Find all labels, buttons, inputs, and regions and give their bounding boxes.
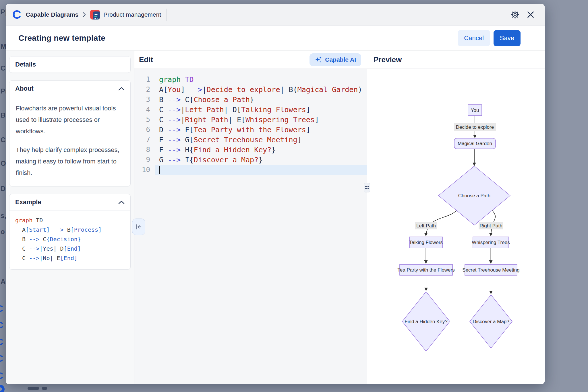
line-number: 3 [134,95,155,105]
background-bar-fragment [42,387,47,390]
product-management-icon [90,10,100,19]
page-title: Creating new template [18,34,105,43]
close-button[interactable] [524,8,537,21]
collapse-left-icon [135,223,142,230]
capable-logo-icon: C [10,8,23,21]
example-card-header[interactable]: Example [9,194,130,210]
editor-line-8[interactable]: F --> H{Find a Hidden Key?} [155,145,367,155]
editor-line-6[interactable]: D --> F[Tea Party with the Flowers] [155,125,367,135]
capable-ai-label: Capable AI [325,56,356,63]
node-magical-garden: Magical Garden [458,141,492,146]
create-template-modal: C Capable Diagrams Product management [6,4,545,384]
settings-button[interactable] [508,8,522,21]
details-title: Details [15,61,36,68]
example-title: Example [15,198,41,206]
node-whispering-trees: Whispering Trees [472,240,510,245]
code-editor[interactable]: 12345678910 graph TDA[You] -->|Decide to… [134,69,367,384]
header-divider [166,9,167,21]
example-code-block: graph TD A[Start] --> B[Process] B --> C… [9,210,130,269]
line-number: 8 [134,145,155,155]
node-discover-map: Discover a Map? [473,319,509,324]
flowchart-preview: Decide to explore Left Path Right Path Y… [367,69,545,384]
background-logo-fragment [0,385,5,392]
node-secret-meeting: Secret Treehouse Meeting [462,267,519,273]
breadcrumb-app-label: Capable Diagrams [26,11,78,18]
background-logo-fragment: C [0,370,3,381]
modal-title-bar: Creating new template Cancel Save [6,26,545,51]
edge-label-left-path: Left Path [416,223,436,229]
preview-canvas: Decide to explore Left Path Right Path Y… [367,69,545,384]
background-text-fragment: o [1,228,5,236]
line-number: 9 [134,155,155,165]
editor-line-10[interactable] [155,165,367,175]
example-code-line: graph TD [15,216,125,225]
edge-label-right-path: Right Path [479,223,502,229]
edit-panel-title: Edit [139,55,153,64]
example-code-line: C -->|No| E[End] [15,253,125,263]
chevron-up-icon[interactable] [118,87,125,91]
background-text-fragment: P| [1,8,6,16]
chevron-up-icon[interactable] [118,200,125,204]
edit-panel-header: Edit Capable AI [134,51,367,69]
panel-resize-handle[interactable] [364,183,370,192]
background-text-fragment: Ca [1,136,6,144]
background-text-fragment: D [1,185,5,193]
preview-panel: Preview [367,51,545,384]
background-page-bottom-fragments [0,384,588,392]
about-body: Flowcharts are powerful visual tools use… [9,97,130,186]
background-page-left-fragments: P|MClPrByCaOIDs,oAFCCCCC [0,0,6,392]
collapse-sidebar-button[interactable] [132,219,145,235]
background-text-fragment: Pr [1,87,6,95]
node-choose-path: Choose a Path [458,193,490,198]
node-you: You [471,108,479,113]
node-tea-party: Tea Party with the Flowers [397,267,454,273]
editor-line-4[interactable]: C -->|Left Path| D[Talking Flowers] [155,105,367,115]
save-button[interactable]: Save [494,30,521,46]
breadcrumb-app[interactable]: C Capable Diagrams [10,8,78,21]
editor-line-5[interactable]: C -->|Right Path| E[Whispering Trees] [155,115,367,125]
preview-panel-title: Preview [374,55,402,64]
cancel-button[interactable]: Cancel [458,30,490,46]
background-logo-fragment: C [0,337,3,347]
capable-ai-button[interactable]: Capable AI [310,53,361,66]
editor-line-3[interactable]: B --> C{Choose a Path} [155,95,367,105]
close-icon [527,11,535,19]
about-title: About [15,85,34,92]
about-paragraph: Flowcharts are powerful visual tools use… [16,103,124,137]
line-number: 5 [134,115,155,125]
editor-line-7[interactable]: E --> G[Secret Treehouse Meeting] [155,135,367,145]
editor-line-9[interactable]: G --> I{Discover a Map?} [155,155,367,165]
sparkles-icon [315,56,322,63]
background-logo-fragment: C [0,320,3,331]
example-code-line: C -->|Yes| D[End] [15,244,125,253]
breadcrumb-chevron-icon [82,12,86,17]
line-number: 10 [134,165,155,175]
editor-code-area[interactable]: graph TDA[You] -->|Decide to explore| B(… [155,69,367,384]
details-card: Details [9,56,131,73]
node-find-key: Find a Hidden Key? [405,319,447,324]
edge-label-decide: Decide to explore [456,124,494,130]
line-number: 7 [134,135,155,145]
background-text-fragment: AF [1,278,6,286]
about-paragraph: They help clarify complex processes, mak… [16,144,124,179]
drag-dots-icon [365,186,369,189]
edit-panel: Edit Capable AI 12345678910 graph TDA[Yo… [134,51,367,384]
background-text-fragment: OI [1,159,6,167]
about-card-header[interactable]: About [9,81,130,97]
background-bar-fragment [28,387,39,390]
details-sidebar: Details About Flowcharts are powerful vi… [6,51,134,384]
preview-panel-header: Preview [367,51,545,69]
line-number: 6 [134,125,155,135]
editor-line-2[interactable]: A[You] -->|Decide to explore| B(Magical … [155,85,367,95]
gear-icon [511,10,519,19]
line-number: 1 [134,75,155,85]
example-card: Example graph TD A[Start] --> B[Process]… [9,194,131,270]
background-text-fragment: Cl [1,64,6,72]
node-talking-flowers: Talking Flowers [409,240,443,245]
editor-line-1[interactable]: graph TD [155,75,367,85]
background-text-fragment: M [1,42,6,50]
details-card-header[interactable]: Details [9,56,130,73]
breadcrumb-page-label: Product management [103,11,161,18]
breadcrumb-page[interactable]: Product management [90,10,161,19]
background-text-fragment: By [1,111,6,119]
